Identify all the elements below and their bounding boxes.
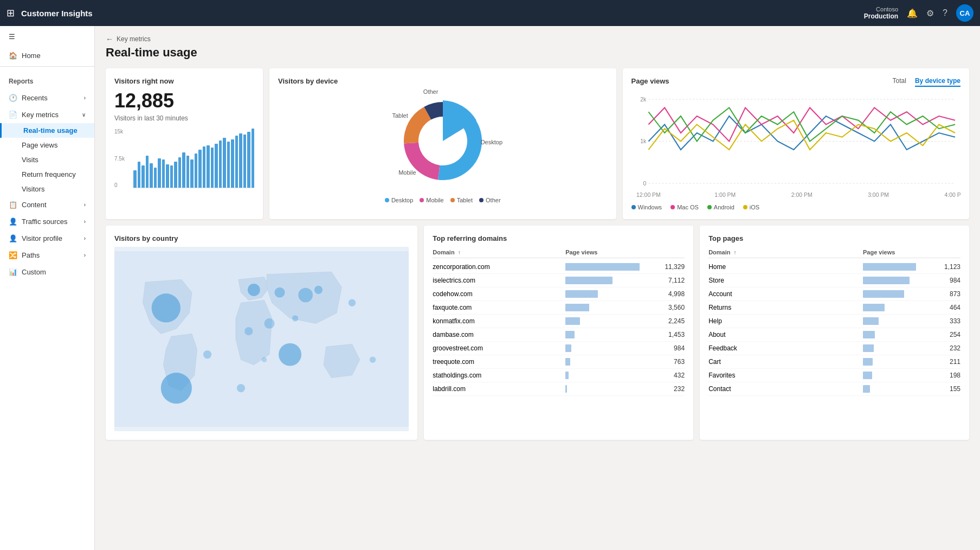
col-pageviews: Page views: [565, 249, 652, 255]
key-metrics-icon: 📄: [9, 111, 17, 119]
sidebar-item-content[interactable]: 📋 Content ›: [0, 196, 94, 213]
tab-total[interactable]: Total: [893, 77, 906, 87]
table-row: About254: [708, 328, 960, 342]
visitors-label: Visitors: [22, 185, 44, 193]
desktop-dot: [385, 198, 389, 202]
svg-point-9: [161, 373, 192, 404]
mobile-label: Mobile: [426, 197, 443, 203]
domain-cell-pages: Favorites: [708, 372, 863, 379]
map-placeholder: [114, 247, 409, 431]
key-metrics-chevron: ∨: [82, 112, 86, 118]
bar-item: [195, 154, 198, 188]
domain-cell-pages: Account: [708, 290, 863, 298]
paths-label: Paths: [22, 251, 40, 259]
layout: ☰ 🏠 Home Reports 🕐 Recents › 📄 Key metri…: [0, 26, 980, 550]
legend-desktop: Desktop: [385, 197, 413, 203]
sidebar-item-home[interactable]: 🏠 Home: [0, 47, 94, 64]
sidebar-item-paths[interactable]: 🔀 Paths ›: [0, 247, 94, 264]
sidebar-item-key-metrics[interactable]: 📄 Key metrics ∨: [0, 106, 94, 123]
breadcrumb-parent: Key metrics: [117, 35, 151, 43]
bar-item: [190, 159, 194, 188]
domain-cell: statholdings.com: [433, 372, 565, 379]
donut-segment: [438, 102, 482, 180]
line-chart-svg: 2k1k012:00 PM1:00 PM2:00 PM3:00 PM4:00 P…: [631, 91, 961, 200]
sidebar-sub-real-time[interactable]: Real-time usage: [0, 123, 94, 138]
visitors-bar-chart: 15k 7.5k 0: [114, 129, 254, 199]
bar-cell: [565, 317, 580, 325]
sidebar-toggle[interactable]: ☰: [0, 26, 94, 47]
recents-icon: 🕐: [9, 94, 17, 102]
user-org: Contoso: [864, 6, 898, 12]
user-env: Production: [864, 12, 898, 20]
bell-icon[interactable]: 🔔: [907, 8, 918, 18]
bar-item: [174, 162, 177, 189]
sidebar-item-visitor-profile[interactable]: 👤 Visitor profile ›: [0, 230, 94, 247]
help-icon[interactable]: ?: [943, 8, 947, 18]
domain-cell: labdrill.com: [433, 385, 565, 393]
y-label-7k: 7.5k: [114, 156, 131, 162]
page-views-header: Page views Total By device type: [631, 77, 961, 91]
num-cell: 4,998: [652, 290, 685, 298]
bar-item: [215, 144, 218, 189]
sidebar-item-traffic[interactable]: 👤 Traffic sources ›: [0, 213, 94, 230]
top-referring-card: Top referring domains Domain ↑ Page view…: [424, 226, 693, 440]
page-views-label: Page views: [22, 141, 57, 149]
sidebar-sub-visits[interactable]: Visits: [0, 152, 94, 167]
svg-point-13: [370, 356, 376, 362]
windows-label: Windows: [638, 204, 662, 210]
table-row: Store984: [708, 274, 960, 287]
breadcrumb: ← Key metrics: [106, 35, 969, 43]
domain-cell: treequote.com: [433, 358, 565, 366]
x-axis-label: 1:00 PM: [714, 192, 736, 198]
main-inner: ← Key metrics Real-time usage Visitors r…: [95, 26, 980, 449]
table-row: dambase.com1,453: [433, 328, 685, 342]
sidebar-sub-page-views[interactable]: Page views: [0, 138, 94, 152]
paths-chevron: ›: [84, 252, 86, 258]
donut-label: Mobile: [398, 169, 416, 176]
sidebar-sub-return-freq[interactable]: Return frequency: [0, 167, 94, 182]
domain-cell-pages: Feedback: [708, 344, 863, 352]
sidebar-divider-1: [0, 66, 94, 67]
table-row: statholdings.com432: [433, 369, 685, 382]
grid-icon[interactable]: ⊞: [7, 7, 15, 19]
user-info: Contoso Production: [864, 6, 898, 20]
content-label: Content: [22, 201, 47, 209]
sidebar-sub-visitors[interactable]: Visitors: [0, 182, 94, 196]
bar-cell: [565, 344, 571, 352]
bar-item: [207, 145, 210, 188]
bar-item: [133, 170, 137, 188]
svg-point-6: [279, 343, 301, 366]
sidebar: ☰ 🏠 Home Reports 🕐 Recents › 📄 Key metri…: [0, 26, 95, 550]
top-pages-title: Top pages: [708, 234, 960, 242]
settings-icon[interactable]: ⚙: [926, 8, 934, 18]
num-cell-pages: 464: [928, 304, 960, 311]
donut-chart: DesktopMobileTabletOther: [383, 89, 502, 193]
bar-item: [182, 152, 185, 188]
domain-sort-icon[interactable]: ↑: [458, 250, 461, 255]
bar-item: [223, 138, 226, 189]
line-chart-legend: Windows Mac OS Android iOS: [631, 204, 961, 210]
table-row: iselectrics.com7,112: [433, 274, 685, 287]
donut-label: Desktop: [480, 139, 502, 145]
bar-cell: [565, 358, 570, 366]
table-row: treequote.com763: [433, 355, 685, 369]
bar-cell-pages: [863, 317, 879, 325]
recents-chevron: ›: [84, 95, 86, 101]
top-referring-title: Top referring domains: [433, 234, 685, 242]
num-cell: 1,453: [652, 331, 685, 338]
table-row: labdrill.com232: [433, 382, 685, 396]
avatar[interactable]: CA: [956, 4, 973, 22]
page-title: Real-time usage: [106, 46, 969, 60]
col-count: [652, 249, 685, 255]
top-cards: Visitors right now 12,885 Visitors in la…: [106, 68, 969, 219]
traffic-label: Traffic sources: [22, 218, 68, 226]
num-cell-pages: 232: [928, 344, 960, 352]
num-cell-pages: 254: [928, 331, 960, 338]
svg-point-4: [298, 288, 313, 303]
tab-by-device[interactable]: By device type: [915, 77, 960, 87]
sidebar-item-recents[interactable]: 🕐 Recents ›: [0, 89, 94, 106]
back-button[interactable]: ←: [106, 35, 113, 43]
domain-sort-pages-icon[interactable]: ↑: [734, 250, 737, 255]
content-icon: 📋: [9, 201, 17, 209]
sidebar-item-custom[interactable]: 📊 Custom: [0, 264, 94, 280]
